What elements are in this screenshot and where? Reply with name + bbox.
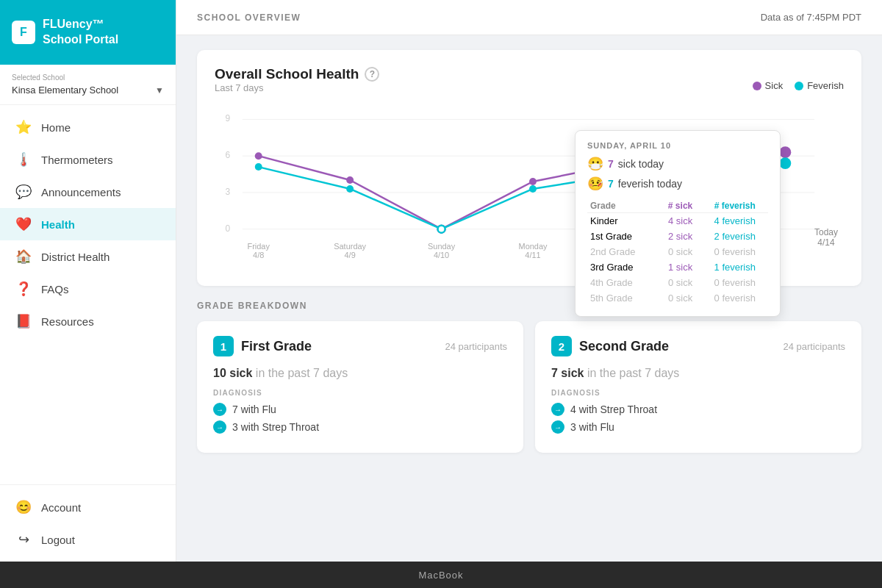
chart-header: Overall School Health ? Last 7 days Sick bbox=[215, 66, 844, 105]
legend-feverish: Feverish bbox=[795, 80, 844, 91]
page-header: SCHOOL OVERVIEW Data as of 7:45PM PDT bbox=[176, 0, 882, 35]
svg-point-15 bbox=[255, 163, 262, 171]
svg-text:Saturday: Saturday bbox=[334, 242, 366, 251]
sick-count: 7 sick bbox=[551, 367, 584, 379]
sick-dot bbox=[753, 82, 761, 90]
grade-card-header: 1 First Grade 24 participants bbox=[213, 336, 507, 356]
grade-name: Second Grade bbox=[579, 339, 669, 354]
svg-text:9: 9 bbox=[226, 113, 231, 123]
grade-breakdown-section: GRADE BREAKDOWN 1 First Grade 24 partici… bbox=[197, 301, 861, 453]
svg-text:4/8: 4/8 bbox=[253, 251, 264, 259]
grade-stats: 10 sick in the past 7 days bbox=[213, 367, 507, 380]
chevron-down-icon: ▼ bbox=[155, 85, 164, 96]
chart-area: 9 6 3 0 bbox=[215, 108, 844, 270]
sidebar: F FLUency™ School Portal Selected School… bbox=[0, 0, 176, 562]
svg-point-21 bbox=[779, 157, 791, 169]
col-sick: # sick bbox=[659, 199, 702, 213]
diagnosis-item: 4 with Strep Throat bbox=[551, 403, 845, 416]
col-grade: Grade bbox=[587, 199, 659, 213]
legend-sick: Sick bbox=[753, 80, 784, 91]
svg-point-18 bbox=[529, 185, 537, 193]
grade-name: First Grade bbox=[241, 339, 312, 354]
announcements-icon: 💬 bbox=[15, 183, 32, 201]
sidebar-item-health[interactable]: ❤️ Health bbox=[0, 208, 176, 240]
health-icon: ❤️ bbox=[15, 215, 32, 233]
tooltip-feverish-row: 🤒 7 feverish today bbox=[587, 176, 768, 192]
diagnosis-text: 7 with Flu bbox=[232, 404, 276, 415]
svg-text:4/9: 4/9 bbox=[345, 251, 356, 259]
diagnosis-item: 3 with Strep Throat bbox=[213, 420, 507, 434]
main-nav: ⭐ Home 🌡️ Thermometers 💬 Announcements ❤… bbox=[0, 105, 176, 484]
svg-text:6: 6 bbox=[226, 150, 231, 160]
grade-badge: 1 bbox=[213, 336, 234, 356]
grade-stats: 7 sick in the past 7 days bbox=[551, 367, 845, 380]
faq-icon: ❓ bbox=[15, 280, 32, 298]
grade-card: 2 Second Grade 24 participants 7 sick in… bbox=[535, 321, 861, 453]
col-feverish: # feverish bbox=[702, 199, 768, 213]
sidebar-item-faqs[interactable]: ❓ FAQs bbox=[0, 273, 176, 305]
chart-title: Overall School Health ? bbox=[215, 66, 379, 82]
today-label: Today 4/14 bbox=[814, 227, 838, 248]
feverish-dot bbox=[795, 82, 803, 90]
app-logo: F bbox=[12, 21, 35, 44]
svg-point-9 bbox=[346, 176, 354, 184]
diagnosis-icon bbox=[213, 403, 226, 416]
app-title: FLUency™ School Portal bbox=[43, 17, 118, 48]
diagnosis-label: DIAGNOSIS bbox=[213, 389, 507, 397]
sidebar-item-district-health[interactable]: 🏠 District Health bbox=[0, 240, 176, 273]
sidebar-item-announcements[interactable]: 💬 Announcements bbox=[0, 176, 176, 208]
svg-text:Sunday: Sunday bbox=[428, 242, 456, 251]
diagnosis-text: 3 with Flu bbox=[570, 421, 614, 433]
diagnosis-icon bbox=[551, 403, 564, 416]
section-title: SCHOOL OVERVIEW bbox=[197, 12, 301, 23]
svg-point-8 bbox=[255, 152, 262, 159]
svg-text:Monday: Monday bbox=[519, 242, 548, 251]
school-selector-value[interactable]: Kinsa Elementary School ▼ bbox=[12, 85, 164, 96]
svg-text:4/10: 4/10 bbox=[434, 251, 449, 259]
svg-text:0: 0 bbox=[226, 223, 231, 234]
sidebar-item-resources[interactable]: 📕 Resources bbox=[0, 305, 176, 337]
tooltip-table: Grade # sick # feverish Kinder4 sick4 fe… bbox=[587, 199, 768, 306]
logout-icon: ↪ bbox=[15, 531, 32, 548]
svg-point-14 bbox=[779, 146, 791, 158]
sick-period: in the past 7 days bbox=[256, 367, 348, 379]
diagnosis-label: DIAGNOSIS bbox=[551, 389, 845, 397]
tooltip-sick-row: 😷 7 sick today bbox=[587, 156, 768, 172]
macbook-bar: MacBook bbox=[0, 562, 882, 588]
overall-health-card: Overall School Health ? Last 7 days Sick bbox=[197, 50, 861, 286]
grade-badge: 2 bbox=[551, 336, 572, 356]
svg-point-16 bbox=[346, 185, 354, 193]
sidebar-item-logout[interactable]: ↪ Logout bbox=[0, 523, 176, 556]
data-timestamp: Data as of 7:45PM PDT bbox=[761, 12, 861, 23]
grade-grid: 1 First Grade 24 participants 10 sick in… bbox=[197, 321, 861, 453]
school-selector[interactable]: Selected School Kinsa Elementary School … bbox=[0, 65, 176, 105]
svg-point-11 bbox=[529, 178, 537, 185]
sidebar-item-home[interactable]: ⭐ Home bbox=[0, 111, 176, 143]
svg-text:Friday: Friday bbox=[248, 242, 270, 251]
sidebar-bottom: 😊 Account ↪ Logout bbox=[0, 484, 176, 562]
sick-period: in the past 7 days bbox=[587, 367, 679, 379]
resources-icon: 📕 bbox=[15, 312, 32, 330]
chart-legend: Sick Feverish bbox=[753, 80, 844, 91]
sidebar-header: F FLUency™ School Portal bbox=[0, 0, 176, 65]
svg-text:3: 3 bbox=[226, 187, 231, 197]
grade-participants: 24 participants bbox=[445, 341, 507, 352]
svg-point-17 bbox=[438, 226, 445, 233]
diagnosis-text: 3 with Strep Throat bbox=[232, 421, 319, 433]
home-icon: ⭐ bbox=[15, 118, 32, 136]
grade-participants: 24 participants bbox=[783, 341, 845, 352]
chart-title-area: Overall School Health ? Last 7 days bbox=[215, 66, 379, 105]
chart-subtitle: Last 7 days bbox=[215, 82, 379, 93]
sidebar-item-thermometers[interactable]: 🌡️ Thermometers bbox=[0, 143, 176, 176]
diagnosis-icon bbox=[213, 420, 226, 434]
macbook-label: MacBook bbox=[418, 570, 463, 581]
sidebar-item-account[interactable]: 😊 Account bbox=[0, 491, 176, 523]
diagnosis-icon bbox=[551, 420, 564, 434]
help-icon[interactable]: ? bbox=[365, 67, 379, 82]
sick-count: 10 sick bbox=[213, 367, 252, 379]
grade-card-header: 2 Second Grade 24 participants bbox=[551, 336, 845, 356]
grade-card: 1 First Grade 24 participants 10 sick in… bbox=[197, 321, 523, 453]
district-icon: 🏠 bbox=[15, 248, 32, 265]
diagnosis-item: 3 with Flu bbox=[551, 420, 845, 434]
page-body: Overall School Health ? Last 7 days Sick bbox=[176, 35, 882, 467]
